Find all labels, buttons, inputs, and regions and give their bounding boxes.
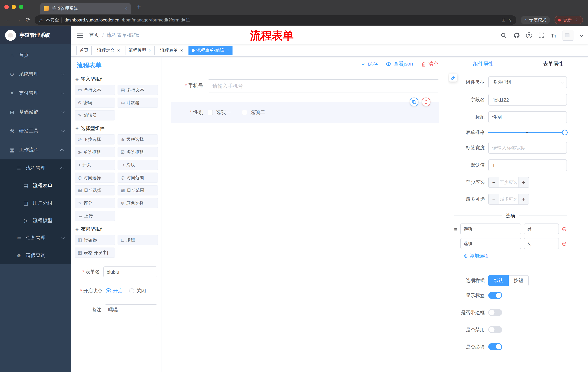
form-remark-textarea[interactable]: 嘿嘿 <box>105 304 157 325</box>
palette-item[interactable]: ✎编辑器 <box>74 110 115 120</box>
palette-item[interactable]: ⊛颜色选择 <box>117 198 158 208</box>
clear-button[interactable]: 清空 <box>421 61 439 67</box>
github-icon[interactable] <box>513 32 520 39</box>
copy-component-button[interactable] <box>410 97 419 106</box>
help-icon[interactable]: ? <box>526 32 532 38</box>
palette-item[interactable]: 123计数器 <box>117 97 158 108</box>
option-label-input[interactable] <box>460 223 521 234</box>
sidebar-item[interactable]: ⊞基础设施 <box>0 103 71 122</box>
view-json-button[interactable]: 查看json <box>386 61 413 67</box>
toggle-switch[interactable] <box>488 343 502 350</box>
hamburger-icon[interactable] <box>77 33 83 38</box>
checkbox-option[interactable]: 选项二 <box>242 109 265 116</box>
tab-component-props[interactable]: 组件属性 <box>448 57 518 71</box>
tags-view-item[interactable]: 流程表单× <box>157 46 186 55</box>
palette-item[interactable]: ⊙密码 <box>74 97 115 108</box>
checkbox-option[interactable]: 选项一 <box>208 109 231 116</box>
sidebar-logo[interactable]: 芋道管理系统 <box>0 26 71 44</box>
close-icon[interactable]: × <box>117 48 120 53</box>
password-key-icon[interactable]: ⚿ <box>501 17 505 23</box>
address-bar[interactable]: ⚠ 不安全 dashboard.yudao.iocoder.cn/bpm/man… <box>35 15 516 25</box>
palette-item[interactable]: ▥行容器 <box>74 235 115 245</box>
palette-item[interactable]: ☁上传 <box>74 211 115 221</box>
sidebar-item[interactable]: ¥支付管理 <box>0 84 71 103</box>
toggle-switch[interactable] <box>488 309 502 316</box>
remove-option-icon[interactable]: ⊖ <box>562 226 567 232</box>
palette-item[interactable]: ◎下拉选择 <box>74 134 115 145</box>
zoom-window-button[interactable] <box>19 5 23 9</box>
style-option-button[interactable]: 默认 <box>488 275 509 286</box>
palette-item[interactable]: ☑多选框组 <box>117 147 158 157</box>
radio-option[interactable]: 开启 <box>106 287 123 294</box>
fullscreen-icon[interactable] <box>538 32 545 39</box>
palette-item[interactable]: ◉单选框组 <box>74 147 115 157</box>
bookmark-star-icon[interactable]: ☆ <box>508 17 512 23</box>
chevron-down-icon[interactable] <box>580 33 583 37</box>
tab-close-icon[interactable]: × <box>125 6 127 11</box>
title-input[interactable] <box>488 111 567 123</box>
tags-view-item[interactable]: 流程表单-编辑× <box>189 46 233 55</box>
plus-icon[interactable]: + <box>518 194 529 204</box>
field-name-input[interactable] <box>488 94 567 106</box>
palette-item[interactable]: ▦日期选择 <box>74 185 115 195</box>
link-icon[interactable] <box>449 74 457 82</box>
breadcrumb-home[interactable]: 首页 <box>89 32 99 39</box>
browser-update-button[interactable]: 更新 ⋮ <box>555 16 583 24</box>
palette-item[interactable]: ◷时间选择 <box>74 172 115 183</box>
option-value-input[interactable] <box>524 238 559 249</box>
avatar[interactable] <box>563 30 573 41</box>
close-icon[interactable]: × <box>227 48 230 53</box>
drag-handle-icon[interactable]: ≡ <box>454 240 457 247</box>
sidebar-item[interactable]: ☺请假查询 <box>0 247 71 264</box>
option-value-input[interactable] <box>524 223 559 234</box>
sidebar-item[interactable]: ▦工作流程 <box>0 140 71 159</box>
palette-item[interactable]: ⋔级联选择 <box>117 134 158 145</box>
palette-item[interactable]: ▦表格[开发中] <box>74 247 115 258</box>
close-icon[interactable]: × <box>180 48 183 53</box>
palette-item[interactable]: ◻按钮 <box>117 235 158 245</box>
style-option-button[interactable]: 按钮 <box>509 275 529 286</box>
minus-icon[interactable]: − <box>489 177 499 187</box>
sidebar-item[interactable]: ▤流程表单 <box>0 177 71 194</box>
forward-icon[interactable]: → <box>15 17 21 23</box>
palette-item[interactable]: ▤多行文本 <box>117 85 158 95</box>
palette-item[interactable]: ⊸滑块 <box>117 160 158 170</box>
form-name-input[interactable] <box>103 266 157 277</box>
component-type-select[interactable]: 多选框组 <box>488 76 567 88</box>
reload-icon[interactable]: ⟳ <box>25 17 30 23</box>
drag-handle-icon[interactable]: ≡ <box>454 226 457 232</box>
add-option-button[interactable]: ⊕ 添加选项 <box>463 253 567 259</box>
max-select-value[interactable]: 最多可选 <box>499 194 518 204</box>
minimize-window-button[interactable] <box>12 5 16 9</box>
sidebar-item[interactable]: ◫用户分组 <box>0 194 71 212</box>
font-size-icon[interactable]: TT <box>551 32 556 38</box>
tags-view-item[interactable]: 流程模型× <box>125 46 155 55</box>
browser-menu-icon[interactable]: ⋮ <box>575 17 579 23</box>
sidebar-item[interactable]: ≔任务管理 <box>0 229 71 247</box>
palette-item[interactable]: ◑开关 <box>74 160 115 170</box>
search-icon[interactable] <box>501 32 507 39</box>
close-window-button[interactable] <box>4 5 9 9</box>
toggle-switch[interactable] <box>488 326 502 333</box>
gender-field-selected[interactable]: 性别 选项一选项二 <box>171 102 439 123</box>
sidebar-item[interactable]: ⚙系统管理 <box>0 65 71 84</box>
close-icon[interactable]: × <box>149 48 151 53</box>
toggle-switch[interactable] <box>488 292 502 299</box>
label-width-input[interactable] <box>488 142 567 154</box>
sidebar-item[interactable]: ⌂首页 <box>0 46 71 65</box>
tags-view-item[interactable]: 流程定义× <box>94 46 123 55</box>
sidebar-item[interactable]: ▷流程模型 <box>0 212 71 229</box>
tab-form-props[interactable]: 表单属性 <box>518 57 588 71</box>
tags-view-item[interactable]: 首页 <box>76 46 92 55</box>
phone-input[interactable] <box>208 79 439 93</box>
min-select-value[interactable]: 至少应选 <box>499 177 518 187</box>
plus-icon[interactable]: + <box>518 177 529 187</box>
minus-icon[interactable]: − <box>489 194 499 204</box>
radio-option[interactable]: 关闭 <box>129 287 146 294</box>
palette-item[interactable]: ☆评分 <box>74 198 115 208</box>
phone-field[interactable]: 手机号 <box>171 76 439 95</box>
palette-item[interactable]: ▭单行文本 <box>74 85 115 95</box>
option-label-input[interactable] <box>460 238 521 249</box>
save-button[interactable]: ✓ 保存 <box>361 61 378 67</box>
browser-tab[interactable]: 芋道管理系统 × <box>40 3 131 14</box>
